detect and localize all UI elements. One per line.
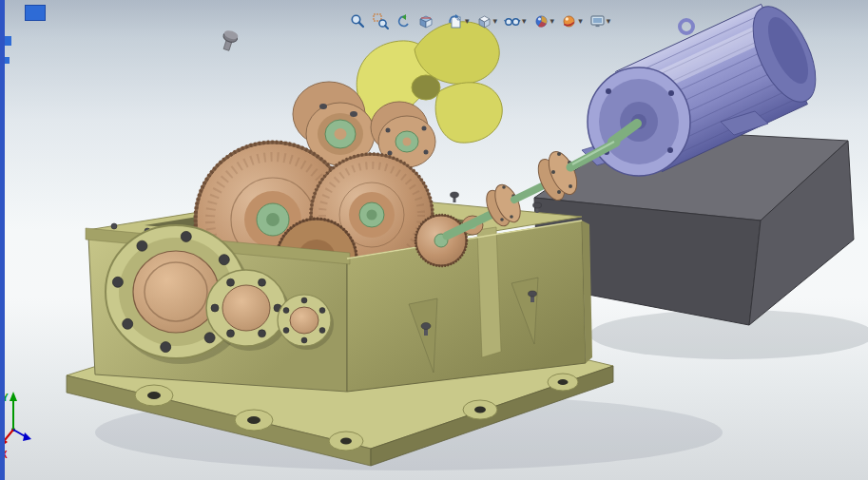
hide-show-items-icon [504, 13, 521, 29]
ui-fragment-blue-square [25, 5, 46, 21]
ui-fragment-blue-tick [5, 36, 11, 46]
loose-bolt[interactable] [220, 29, 240, 52]
zoom-to-fit-button[interactable] [348, 12, 368, 30]
ui-fragment-blue-tick [5, 57, 10, 64]
zoom-to-fit-icon [350, 13, 366, 29]
scene-svg: Y X [0, 0, 868, 480]
dropdown-arrow-icon[interactable]: ▾ [522, 17, 527, 26]
view-settings-button[interactable]: ▾ [588, 12, 613, 30]
reference-triad: Y X [1, 392, 31, 460]
dropdown-arrow-icon[interactable]: ▾ [578, 17, 583, 26]
apply-scene-icon [561, 13, 577, 29]
section-view-button[interactable] [416, 12, 436, 30]
heads-up-toolbar: ▾ ▾ ▾ [348, 12, 612, 30]
view-orientation-icon [448, 13, 464, 29]
display-style-button[interactable]: ▾ [474, 12, 500, 30]
window-left-border [0, 0, 5, 480]
graphics-viewport[interactable]: Y X [0, 0, 868, 480]
bearing-cover [133, 251, 219, 333]
zoom-to-area-icon [373, 13, 389, 29]
bearing-cover [290, 307, 318, 334]
previous-view-icon [395, 13, 412, 29]
section-view-icon [418, 13, 434, 29]
edit-appearance-button[interactable]: ▾ [531, 12, 557, 30]
view-settings-icon [589, 13, 606, 29]
dropdown-arrow-icon[interactable]: ▾ [550, 17, 555, 26]
display-style-icon [476, 13, 492, 29]
gear-small[interactable] [415, 215, 468, 267]
x-axis-arrow [5, 430, 13, 440]
view-orientation-button[interactable]: ▾ [446, 12, 472, 30]
dropdown-arrow-icon[interactable]: ▾ [493, 17, 498, 26]
bearing-cover [222, 285, 270, 331]
edit-appearance-icon [533, 13, 550, 29]
motor-lifting-eye-icon [680, 20, 693, 33]
previous-view-button[interactable] [394, 12, 414, 30]
apply-scene-button[interactable]: ▾ [559, 12, 585, 30]
hide-show-items-button[interactable]: ▾ [502, 12, 529, 30]
dropdown-arrow-icon[interactable]: ▾ [465, 17, 470, 26]
dropdown-arrow-icon[interactable]: ▾ [607, 17, 611, 26]
zoom-to-area-button[interactable] [371, 12, 391, 30]
